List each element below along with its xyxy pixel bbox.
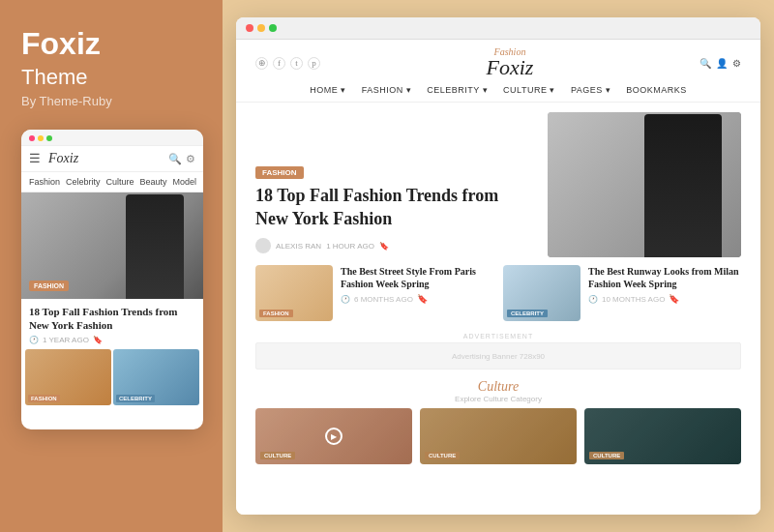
culture-card-1[interactable]: ▶ CULTURE <box>255 408 412 464</box>
mobile-cat-model[interactable]: Model <box>173 177 197 187</box>
pinterest-icon[interactable]: p <box>308 57 320 70</box>
mobile-article-meta: 🕐 1 YEAR AGO 🔖 <box>21 336 203 349</box>
card-text-celebrity: The Best Runway Looks from Milan Fashion… <box>588 265 741 304</box>
hero-time: 1 HOUR AGO <box>326 242 374 251</box>
nav-fashion[interactable]: FASHION ▾ <box>362 85 412 95</box>
mobile-bookmark-icon: 🔖 <box>93 336 103 344</box>
culture-card-badge-2: CULTURE <box>425 452 460 459</box>
nav-celebrity[interactable]: CELEBRITY ▾ <box>427 85 488 95</box>
nav-culture[interactable]: CULTURE ▾ <box>503 85 555 95</box>
site-social-icons: ⊕ f t p <box>255 57 320 70</box>
card-bookmark-icon-1: 🔖 <box>417 294 428 304</box>
hamburger-icon[interactable]: ☰ <box>29 151 41 166</box>
mobile-dot-red <box>29 135 35 141</box>
user-icon[interactable]: 👤 <box>716 58 728 69</box>
mobile-article-title: 18 Top Fall Fashion Trends from New York… <box>21 299 203 336</box>
browser-dot-yellow <box>257 24 265 32</box>
hero-section: FASHION 18 Top Fall Fashion Trends from … <box>255 112 741 257</box>
mobile-article-time: 1 YEAR AGO <box>43 336 89 344</box>
author-name: ALEXIS RAN <box>276 242 321 251</box>
hero-text: FASHION 18 Top Fall Fashion Trends from … <box>255 112 534 257</box>
hero-badge: FASHION <box>255 166 304 179</box>
hero-image-figure <box>644 114 722 257</box>
mobile-top-bar <box>21 130 203 146</box>
ad-box: Advertising Banner 728x90 <box>255 342 741 369</box>
mobile-cat-celebrity[interactable]: Celebrity <box>66 177 101 187</box>
culture-card-badge-1: CULTURE <box>260 452 295 459</box>
mobile-dot-green <box>46 135 52 141</box>
right-panel: ⊕ f t p Fashion Foxiz 🔍 👤 ⚙ <box>223 0 774 532</box>
site-logo-main: Foxiz <box>320 57 700 78</box>
mobile-cat-beauty[interactable]: Beauty <box>140 177 167 187</box>
nav-pages[interactable]: PAGES ▾ <box>571 85 610 95</box>
brand-subtitle: Theme <box>21 65 201 90</box>
card-title-fashion[interactable]: The Best Street Style From Paris Fashion… <box>341 265 493 290</box>
mobile-categories: Fashion Celebrity Culture Beauty Model <box>21 172 203 192</box>
settings-icon[interactable]: ⚙ <box>732 58 741 69</box>
mobile-hero-figure <box>126 194 184 299</box>
card-row: FASHION The Best Street Style From Paris… <box>255 265 741 321</box>
card-time-2: 10 MONTHS AGO <box>602 295 665 304</box>
browser-content: ⊕ f t p Fashion Foxiz 🔍 👤 ⚙ <box>236 40 760 515</box>
hero-meta: ALEXIS RAN 1 HOUR AGO 🔖 <box>255 238 534 253</box>
mobile-bottom-cards: FASHION CELEBRITY <box>21 349 203 409</box>
hero-image <box>548 112 741 257</box>
culture-card-3[interactable]: CULTURE <box>584 408 741 464</box>
mobile-card-celebrity-badge: CELEBRITY <box>116 395 155 402</box>
mobile-search-icon[interactable]: 🔍 <box>168 153 182 165</box>
left-panel: Foxiz Theme By Theme-Ruby ☰ Foxiz 🔍 ⚙ Fa… <box>0 0 223 532</box>
culture-cards: ▶ CULTURE CULTURE CULTURE <box>255 408 741 464</box>
mobile-card-fashion: FASHION <box>25 349 111 405</box>
card-clock-icon-1: 🕐 <box>341 295 350 304</box>
card-badge-celebrity: CELEBRITY <box>507 310 548 317</box>
card-time-1: 6 MONTHS AGO <box>354 295 413 304</box>
card-title-celebrity[interactable]: The Best Runway Looks from Milan Fashion… <box>588 265 741 290</box>
culture-title: Culture <box>478 379 519 395</box>
mobile-dot-yellow <box>38 135 44 141</box>
mobile-gear-icon[interactable]: ⚙ <box>186 153 195 165</box>
mobile-hero-image: FASHION <box>21 192 203 299</box>
brand-by: By Theme-Ruby <box>21 94 201 108</box>
card-bookmark-icon-2: 🔖 <box>669 294 679 304</box>
mobile-dots <box>29 135 52 141</box>
mobile-mockup: ☰ Foxiz 🔍 ⚙ Fashion Celebrity Culture Be… <box>21 130 203 429</box>
mobile-article-clock-icon: 🕐 <box>29 336 39 344</box>
hero-title[interactable]: 18 Top Fall Fashion Trends from New York… <box>255 185 534 230</box>
mobile-cat-fashion[interactable]: Fashion <box>29 177 60 187</box>
culture-subtitle: Explore Culture Category <box>455 395 542 403</box>
search-icon[interactable]: 🔍 <box>700 58 711 69</box>
mobile-cat-culture[interactable]: Culture <box>106 177 134 187</box>
card-thumb-fashion: FASHION <box>255 265 333 321</box>
culture-card-2[interactable]: CULTURE <box>420 408 577 464</box>
hero-bookmark-icon: 🔖 <box>379 242 389 251</box>
play-button[interactable]: ▶ <box>325 428 342 445</box>
card-meta-celebrity: 🕐 10 MONTHS AGO 🔖 <box>588 294 741 304</box>
mobile-card-fashion-badge: FASHION <box>28 395 60 402</box>
nav-bookmarks[interactable]: BOOKMARKS <box>626 85 687 95</box>
browser-dots <box>246 24 277 32</box>
facebook-icon[interactable]: f <box>273 57 285 70</box>
browser-dot-red <box>246 24 253 32</box>
culture-header: Culture Explore Culture Category <box>255 379 741 403</box>
ad-banner: ADVERTISEMENT Advertising Banner 728x90 <box>255 329 741 371</box>
author-avatar <box>255 238 271 253</box>
brand-title: Foxiz <box>21 27 201 61</box>
card-item-fashion: FASHION The Best Street Style From Paris… <box>255 265 493 321</box>
card-item-celebrity: CELEBRITY The Best Runway Looks from Mil… <box>503 265 741 321</box>
browser-top-bar <box>236 17 760 40</box>
twitter-icon[interactable]: t <box>290 57 303 70</box>
nav-home[interactable]: HOME ▾ <box>310 85 346 95</box>
globe-icon[interactable]: ⊕ <box>255 57 268 70</box>
mobile-logo: Foxiz <box>48 151 164 166</box>
culture-card-badge-3: CULTURE <box>589 452 624 459</box>
site-right-icons: 🔍 👤 ⚙ <box>700 58 741 69</box>
card-text-fashion: The Best Street Style From Paris Fashion… <box>341 265 493 304</box>
mobile-nav: ☰ Foxiz 🔍 ⚙ <box>21 146 203 172</box>
mobile-fashion-badge: FASHION <box>29 281 69 291</box>
card-clock-icon-2: 🕐 <box>588 295 598 304</box>
ad-label: ADVERTISEMENT <box>255 333 741 340</box>
browser-dot-green <box>269 24 277 32</box>
card-badge-fashion: FASHION <box>259 310 293 317</box>
culture-section: Culture Explore Culture Category ▶ CULTU… <box>255 379 741 464</box>
site-logo-area: Fashion Foxiz <box>320 47 700 78</box>
